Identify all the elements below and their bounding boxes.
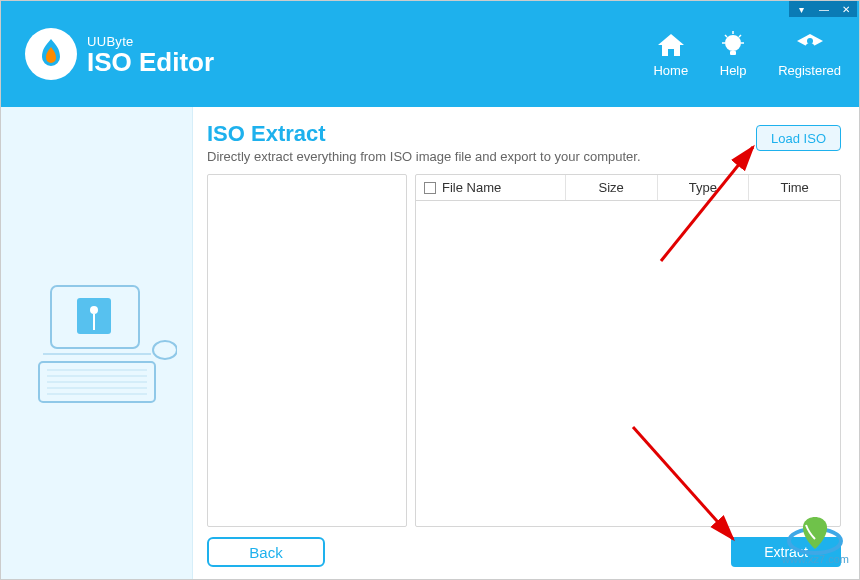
header: UUByte ISO Editor Home Help	[1, 1, 859, 107]
minimize-button[interactable]: —	[813, 1, 835, 17]
body: ISO Extract Directly extract everything …	[1, 107, 859, 579]
bulb-icon	[716, 31, 750, 59]
svg-line-5	[725, 35, 727, 37]
select-all-checkbox[interactable]	[424, 182, 436, 194]
svg-point-10	[90, 306, 98, 314]
page-title: ISO Extract	[207, 121, 641, 147]
col-type[interactable]: Type	[658, 175, 750, 200]
nav-help[interactable]: Help	[716, 31, 750, 78]
file-list: File Name Size Type Time	[415, 174, 841, 527]
main-panel: ISO Extract Directly extract everything …	[193, 107, 859, 579]
sidebar	[1, 107, 193, 579]
window-controls: ▾ — ✕	[789, 1, 857, 17]
close-button[interactable]: ✕	[835, 1, 857, 17]
registered-icon	[793, 31, 827, 59]
svg-rect-1	[730, 51, 736, 55]
col-filename[interactable]: File Name	[416, 175, 566, 200]
home-icon	[654, 31, 688, 59]
dropdown-window-button[interactable]: ▾	[789, 1, 813, 17]
svg-point-18	[153, 341, 177, 359]
laptop-illustration	[17, 268, 177, 418]
back-button[interactable]: Back	[207, 537, 325, 567]
app-window: ▾ — ✕ UUByte ISO Editor Home	[0, 0, 860, 580]
col-time[interactable]: Time	[749, 175, 840, 200]
extract-button[interactable]: Extract	[731, 537, 841, 567]
page-subtitle: Directly extract everything from ISO ima…	[207, 149, 641, 164]
svg-line-6	[739, 35, 741, 37]
nav-home[interactable]: Home	[653, 31, 688, 78]
app-title: ISO Editor	[87, 49, 214, 75]
logo: UUByte ISO Editor	[25, 28, 214, 80]
load-iso-button[interactable]: Load ISO	[756, 125, 841, 151]
flame-icon	[25, 28, 77, 80]
col-size[interactable]: Size	[566, 175, 658, 200]
folder-tree[interactable]	[207, 174, 407, 527]
nav-registered[interactable]: Registered	[778, 31, 841, 78]
svg-point-0	[725, 35, 741, 51]
nav: Home Help	[653, 31, 841, 78]
file-list-header: File Name Size Type Time	[416, 175, 840, 201]
